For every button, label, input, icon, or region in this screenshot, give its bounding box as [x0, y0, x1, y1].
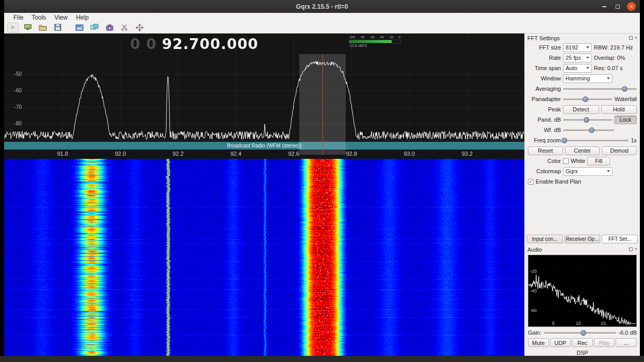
wf-db-slider[interactable] — [563, 126, 614, 134]
windows-icon — [90, 24, 99, 31]
udp-button[interactable]: UDP — [550, 338, 571, 347]
frequency-value: 92.700.000 — [162, 36, 259, 53]
enable-band-plan-label: Enable Band Plan — [536, 178, 581, 185]
dock-float-icon[interactable] — [629, 36, 633, 40]
zoom-center-button[interactable]: Center — [565, 146, 600, 155]
freq-tick-label: 91.8 — [57, 151, 68, 157]
audio-db-tick-label: -40 — [530, 288, 537, 293]
bandplan-bar: Broadcast Radio (WFM (stereo)) — [4, 142, 524, 150]
menu-view[interactable]: View — [50, 13, 72, 22]
slider-groove — [544, 332, 616, 334]
freq-tick-label: 92.4 — [230, 151, 241, 157]
time-span-value: Auto — [566, 65, 584, 71]
white-checkbox-label: White — [571, 158, 585, 164]
tab-fft-settings[interactable]: FFT Set... — [602, 235, 638, 243]
dsp-windows-button[interactable] — [89, 23, 100, 32]
peak-hold-button[interactable]: Hold — [601, 105, 637, 114]
panadapter-waterfall-split-slider[interactable] — [563, 95, 613, 103]
resolution-readout: Res: 0.07 s — [594, 65, 623, 71]
dock-close-icon[interactable]: × — [635, 36, 637, 40]
panadapter-canvas[interactable] — [4, 34, 524, 142]
audio-gain-slider[interactable] — [544, 329, 616, 337]
audio-freq-tick-label: 20 — [625, 321, 631, 326]
screenshot-button[interactable] — [104, 23, 115, 32]
frequency-display[interactable]: 0 092.700.000 — [130, 36, 259, 53]
audio-spectrum: -20-40-605101520 — [528, 255, 637, 327]
wf-db-label: Wf. dB — [528, 127, 561, 133]
tuning-line[interactable] — [323, 54, 323, 155]
fill-button[interactable]: Fill — [587, 157, 610, 166]
fft-size-combo[interactable]: 8192 — [563, 43, 592, 52]
enable-band-plan-checkbox[interactable]: ✓ — [528, 179, 534, 185]
folder-open-icon — [39, 24, 47, 31]
cut-button[interactable] — [119, 23, 130, 32]
meter-tick-label: 0 — [399, 36, 400, 40]
audio-title: Audio — [527, 246, 629, 253]
white-color-checkbox[interactable] — [563, 158, 569, 164]
signal-meter-bar — [349, 40, 400, 43]
main-content: 0 092.700.000 -100-80-60-40-200 -15.8 dB… — [4, 34, 640, 356]
freq-tick-label: 92.6 — [288, 151, 299, 157]
waterfall-canvas[interactable] — [4, 159, 524, 356]
camera-icon — [106, 24, 114, 31]
meter-tick-label: -60 — [370, 36, 375, 40]
pand-db-slider[interactable] — [563, 116, 612, 124]
signal-meter: -100-80-60-40-200 -15.8 dBFS — [349, 36, 400, 47]
status-bar — [0, 356, 644, 362]
menu-help[interactable]: Help — [72, 13, 93, 22]
waterfall[interactable] — [4, 159, 524, 356]
color-label: Color — [528, 158, 561, 164]
rate-combo[interactable]: 25 fps — [563, 54, 592, 62]
rec-button[interactable]: Rec — [572, 338, 593, 347]
menu-file[interactable]: File — [9, 13, 27, 22]
start-dsp-button[interactable] — [7, 23, 19, 32]
tab-receiver-options[interactable]: Receiver Op... — [565, 235, 601, 243]
meter-tick-label: -80 — [360, 36, 365, 40]
time-span-label: Time span — [528, 65, 561, 71]
db-lock-button[interactable]: Lock — [614, 116, 637, 124]
frequency-axis[interactable]: 91.892.092.292.492.692.893.093.2 — [4, 150, 524, 159]
mute-button[interactable]: Mute — [528, 338, 549, 347]
colormap-combo[interactable]: Gqrx — [563, 167, 613, 176]
slider-handle[interactable] — [583, 96, 588, 102]
load-settings-button[interactable] — [37, 23, 49, 32]
zoom-reset-button[interactable]: Reset — [528, 146, 563, 155]
pan-button[interactable] — [134, 23, 145, 32]
dock-float-icon[interactable] — [629, 248, 633, 251]
audio-options-button[interactable]: ... — [616, 338, 637, 347]
tab-input-controls[interactable]: Input con... — [527, 235, 563, 243]
time-span-combo[interactable]: Auto — [563, 64, 592, 73]
audio-buttons: Mute UDP Rec Play ... — [525, 337, 640, 348]
title-bar[interactable]: Gqrx 2.15.5 - rtl=0 × — [4, 0, 640, 13]
minimize-button[interactable] — [600, 3, 608, 11]
panadapter[interactable]: 0 092.700.000 -100-80-60-40-200 -15.8 dB… — [4, 34, 524, 142]
close-button[interactable]: × — [627, 2, 636, 11]
window-combo[interactable]: Hamming — [563, 74, 613, 83]
audio-db-tick-label: -20 — [530, 269, 537, 274]
chevron-down-icon — [586, 67, 589, 69]
io-devices-button[interactable] — [22, 23, 34, 32]
waterfall-label: Waterfall — [615, 96, 637, 102]
frequency-leading-zeros: 0 0 — [130, 36, 157, 53]
audio-db-tick-label: -60 — [530, 308, 537, 313]
slider-handle[interactable] — [581, 330, 586, 336]
peak-detect-button[interactable]: Detect — [563, 105, 599, 114]
slider-handle[interactable] — [622, 86, 627, 92]
record-button[interactable] — [74, 23, 85, 32]
freq-tick-label: 92.8 — [346, 151, 357, 157]
slider-handle[interactable] — [584, 117, 589, 123]
maximize-button[interactable] — [614, 3, 622, 11]
zoom-demod-button[interactable]: Demod — [602, 146, 637, 155]
slider-handle[interactable] — [589, 127, 594, 133]
menu-tools[interactable]: Tools — [27, 13, 50, 22]
slider-handle[interactable] — [561, 138, 567, 143]
audio-gain-row: Gain: -6.0 dB — [525, 328, 640, 337]
meter-tick-label: -100 — [349, 36, 355, 40]
chevron-down-icon — [607, 170, 610, 172]
freq-zoom-slider[interactable] — [563, 137, 629, 144]
play-button[interactable]: Play — [594, 338, 615, 347]
averaging-slider[interactable] — [563, 85, 637, 93]
pand-db-label: Pand. dB — [528, 117, 561, 123]
save-settings-button[interactable] — [52, 23, 63, 32]
dock-close-icon[interactable]: × — [635, 247, 637, 252]
